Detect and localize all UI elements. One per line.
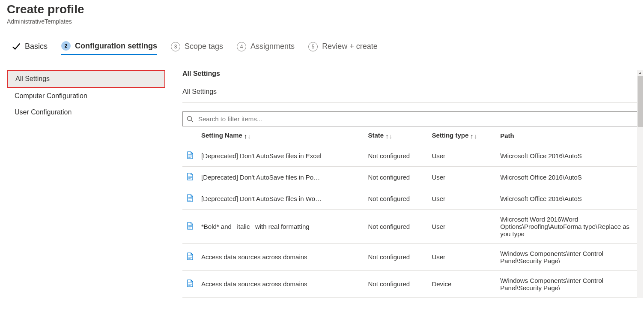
page-subtitle: AdministrativeTemplates	[7, 18, 637, 25]
cell-state: Not configured	[365, 166, 429, 188]
tab-badge-5: 5	[308, 42, 318, 51]
col-setting-name[interactable]: Setting Name↑↓	[198, 126, 365, 145]
cell-state: Not configured	[365, 243, 429, 270]
table-row[interactable]: *Bold* and _italic_ with real formatting…	[182, 209, 637, 243]
table-row[interactable]: Access data sources across domainsNot co…	[182, 270, 637, 297]
document-icon	[187, 173, 194, 180]
cell-type: User	[428, 209, 497, 243]
tab-config-label: Configuration settings	[75, 42, 157, 51]
tab-review[interactable]: 5 Review + create	[308, 39, 378, 55]
search-icon	[187, 116, 194, 123]
cell-path: \Microsoft Word 2016\Word Options\Proofi…	[497, 209, 637, 243]
tab-assign-label: Assignments	[250, 42, 295, 51]
sort-icon: ↑↓	[470, 132, 477, 140]
settings-table: Setting Name↑↓ State↑↓ Setting type↑↓ Pa…	[182, 126, 637, 298]
document-icon	[187, 194, 194, 202]
scrollbar-thumb[interactable]	[638, 76, 643, 127]
document-icon	[187, 252, 194, 260]
cell-type: User	[428, 166, 497, 188]
cell-type: User	[428, 243, 497, 270]
cell-state: Not configured	[365, 270, 429, 297]
search-input[interactable]	[182, 111, 637, 126]
col-setting-type[interactable]: Setting type↑↓	[428, 126, 497, 145]
cell-type: User	[428, 188, 497, 209]
wizard-tabs: Basics 2 Configuration settings 3 Scope …	[7, 38, 637, 56]
breadcrumb: All Settings	[182, 86, 637, 103]
sidebar: All Settings Computer Configuration User…	[7, 70, 165, 298]
table-row[interactable]: [Deprecated] Don't AutoSave files in Exc…	[182, 145, 637, 166]
document-icon	[187, 222, 194, 230]
tab-review-label: Review + create	[322, 42, 378, 51]
cell-path: \Windows Components\Inter Control Panel\…	[497, 270, 637, 297]
svg-point-0	[188, 116, 192, 120]
cell-type: Device	[428, 270, 497, 297]
table-row[interactable]: [Deprecated] Don't AutoSave files in Po……	[182, 166, 637, 188]
sort-icon: ↑↓	[385, 132, 392, 140]
tab-badge-3: 3	[171, 42, 180, 51]
cell-path: \Microsoft Office 2016\AutoS	[497, 166, 637, 188]
cell-path: \Microsoft Office 2016\AutoS	[497, 145, 637, 166]
tab-scope[interactable]: 3 Scope tags	[171, 39, 223, 55]
scroll-up-icon[interactable]: ▲	[637, 70, 643, 76]
cell-path: \Windows Components\Inter Control Panel\…	[497, 243, 637, 270]
check-icon	[11, 42, 21, 51]
sidebar-item-all-settings[interactable]: All Settings	[7, 70, 165, 88]
svg-line-1	[191, 120, 194, 122]
cell-name: [Deprecated] Don't AutoSave files in Exc…	[198, 145, 365, 166]
cell-name: Access data sources across domains	[198, 270, 365, 297]
table-row[interactable]: Access data sources across domainsNot co…	[182, 243, 637, 270]
table-row[interactable]: [Deprecated] Don't AutoSave files in Wo……	[182, 188, 637, 209]
sidebar-item-computer-config[interactable]: Computer Configuration	[7, 88, 165, 104]
page-title: Create profile	[7, 3, 637, 16]
tab-scope-label: Scope tags	[185, 42, 223, 51]
sort-icon: ↑↓	[244, 132, 251, 140]
cell-name: Access data sources across domains	[198, 243, 365, 270]
sidebar-item-user-config[interactable]: User Configuration	[7, 104, 165, 120]
cell-name: [Deprecated] Don't AutoSave files in Wo…	[198, 188, 365, 209]
main-panel: All Settings All Settings Setting Name↑↓…	[182, 70, 637, 298]
cell-type: User	[428, 145, 497, 166]
tab-badge-2: 2	[61, 41, 71, 51]
tab-badge-4: 4	[237, 42, 246, 51]
cell-path: \Microsoft Office 2016\AutoS	[497, 188, 637, 209]
tab-basics[interactable]: Basics	[11, 39, 48, 55]
tab-assignments[interactable]: 4 Assignments	[237, 39, 295, 55]
tab-config[interactable]: 2 Configuration settings	[61, 38, 157, 55]
cell-name: *Bold* and _italic_ with real formatting	[198, 209, 365, 243]
document-icon	[187, 279, 194, 287]
section-title: All Settings	[182, 70, 637, 78]
cell-state: Not configured	[365, 145, 429, 166]
scrollbar[interactable]: ▲	[637, 70, 643, 298]
document-icon	[187, 151, 194, 159]
tab-basics-label: Basics	[25, 42, 48, 51]
col-state[interactable]: State↑↓	[365, 126, 429, 145]
col-path[interactable]: Path	[497, 126, 637, 145]
cell-name: [Deprecated] Don't AutoSave files in Po…	[198, 166, 365, 188]
cell-state: Not configured	[365, 209, 429, 243]
cell-state: Not configured	[365, 188, 429, 209]
